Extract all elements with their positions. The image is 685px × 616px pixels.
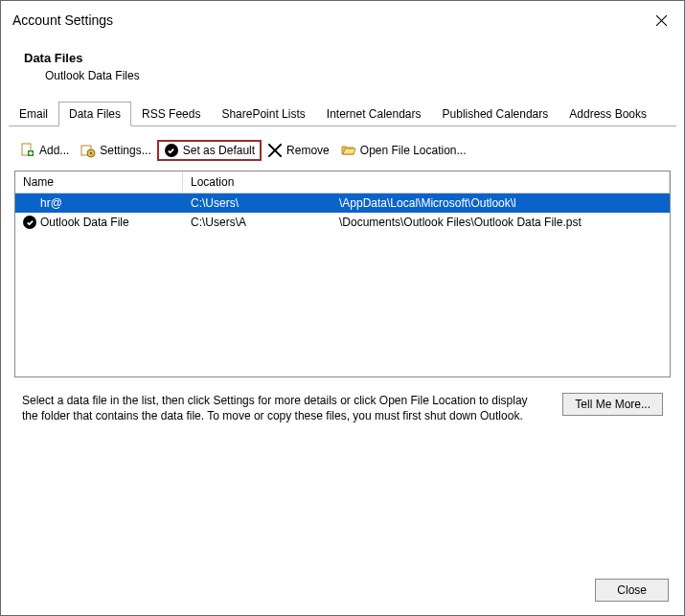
tab-content: Add... Settings... Set as Default Remove	[1, 126, 684, 441]
list-row[interactable]: Outlook Data File C:\Users\A \Documents\…	[15, 213, 670, 232]
tab-data-files[interactable]: Data Files	[58, 102, 131, 126]
svg-point-8	[90, 152, 93, 155]
folder-open-icon	[341, 143, 356, 158]
row-location-part1: C:\Users\	[191, 196, 339, 210]
tab-sharepoint-lists[interactable]: SharePoint Lists	[211, 102, 315, 125]
settings-button[interactable]: Settings...	[75, 140, 156, 161]
default-indicator-icon	[23, 216, 36, 229]
account-settings-window: Account Settings Data Files Outlook Data…	[0, 0, 685, 616]
titlebar: Account Settings	[1, 1, 684, 37]
tab-address-books[interactable]: Address Books	[559, 102, 657, 125]
tabs-container: Email Data Files RSS Feeds SharePoint Li…	[1, 102, 684, 126]
toolbar: Add... Settings... Set as Default Remove	[9, 138, 676, 171]
tell-me-more-button[interactable]: Tell Me More...	[562, 393, 663, 416]
open-file-location-label: Open File Location...	[360, 144, 467, 157]
tab-email[interactable]: Email	[9, 102, 58, 125]
close-window-button[interactable]	[646, 7, 676, 34]
add-icon	[20, 143, 35, 158]
window-title: Account Settings	[12, 12, 113, 28]
listview-header: Name Location	[15, 171, 670, 194]
footer: Close	[595, 579, 669, 602]
tab-published-calendars[interactable]: Published Calendars	[432, 102, 559, 125]
row-location-part1: C:\Users\A	[191, 216, 339, 229]
remove-button[interactable]: Remove	[262, 140, 335, 161]
add-button[interactable]: Add...	[14, 140, 75, 161]
hint-text: Select a data file in the list, then cli…	[22, 393, 545, 423]
remove-label: Remove	[286, 144, 330, 157]
column-header-location[interactable]: Location	[183, 171, 670, 193]
row-location-part2: \Documents\Outlook Files\Outlook Data Fi…	[339, 216, 662, 229]
set-default-button[interactable]: Set as Default	[157, 140, 262, 161]
settings-label: Settings...	[100, 144, 150, 157]
tab-internet-calendars[interactable]: Internet Calendars	[316, 102, 432, 125]
column-header-name[interactable]: Name	[15, 171, 183, 193]
set-default-label: Set as Default	[183, 144, 255, 157]
close-button[interactable]: Close	[595, 579, 669, 602]
hint-row: Select a data file in the list, then cli…	[9, 377, 676, 431]
header-section: Data Files Outlook Data Files	[1, 37, 684, 102]
open-file-location-button[interactable]: Open File Location...	[335, 140, 472, 161]
list-row[interactable]: hr@ C:\Users\ \AppData\Local\Microsoft\O…	[15, 194, 670, 213]
header-title: Data Files	[24, 51, 661, 65]
tabs: Email Data Files RSS Feeds SharePoint Li…	[9, 102, 676, 126]
settings-icon	[80, 143, 96, 158]
row-name: Outlook Data File	[40, 216, 129, 229]
header-subtitle: Outlook Data Files	[24, 69, 661, 82]
check-circle-icon	[164, 143, 179, 158]
tab-rss-feeds[interactable]: RSS Feeds	[131, 102, 211, 125]
add-label: Add...	[39, 144, 69, 157]
row-location-part2: \AppData\Local\Microsoft\Outlook\l	[339, 196, 662, 210]
row-name: hr@	[40, 196, 62, 210]
remove-icon	[267, 143, 283, 158]
close-icon	[655, 14, 668, 27]
data-files-listview[interactable]: Name Location hr@ C:\Users\ \AppData\Loc…	[14, 171, 671, 377]
